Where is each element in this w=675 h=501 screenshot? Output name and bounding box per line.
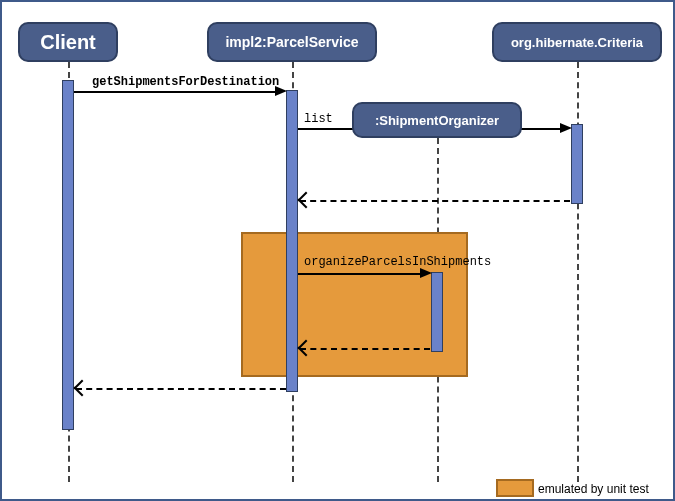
activation-shipment-organizer [431,272,443,352]
activation-parcel-service [286,90,298,392]
message-list-label: list [304,112,333,126]
activation-hibernate-criteria [571,124,583,204]
participant-shipment-organizer: :ShipmentOrganizer [352,102,522,138]
legend-swatch [496,479,534,497]
return-list-head [298,192,315,209]
return-to-client-head [74,380,91,397]
participant-client: Client [18,22,118,62]
return-list-line [300,200,570,202]
participant-parcel-service: impl2:ParcelService [207,22,377,62]
message-get-shipments-line [74,91,277,93]
activation-client [62,80,74,430]
message-organize-label: organizeParcelsInShipments [304,255,491,269]
return-to-client-line [76,388,286,390]
message-list-head [560,123,572,133]
message-organize-line [298,273,422,275]
legend-label: emulated by unit test [538,482,649,496]
message-get-shipments-label: getShipmentsForDestination [92,75,279,89]
message-organize-head [420,268,432,278]
participant-hibernate-criteria: org.hibernate.Criteria [492,22,662,62]
return-organize-line [300,348,430,350]
sequence-diagram: Client impl2:ParcelService :ShipmentOrga… [0,0,675,501]
